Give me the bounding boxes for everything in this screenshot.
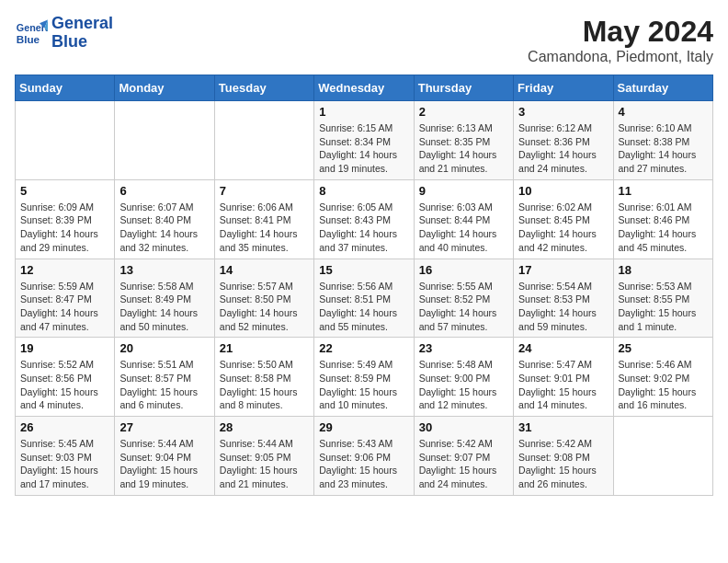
day-info: Sunrise: 5:54 AMSunset: 8:53 PMDaylight:… bbox=[518, 280, 608, 334]
logo-text: General Blue bbox=[51, 15, 113, 52]
day-info: Sunrise: 5:42 AMSunset: 9:07 PMDaylight:… bbox=[419, 437, 508, 491]
svg-text:Blue: Blue bbox=[17, 33, 40, 45]
day-info: Sunrise: 6:06 AMSunset: 8:41 PMDaylight:… bbox=[220, 201, 309, 255]
day-number: 26 bbox=[20, 420, 109, 434]
calendar-day: 16Sunrise: 5:55 AMSunset: 8:52 PMDayligh… bbox=[414, 259, 513, 338]
day-info: Sunrise: 5:47 AMSunset: 9:01 PMDaylight:… bbox=[518, 358, 608, 412]
col-wednesday: Wednesday bbox=[314, 75, 414, 101]
calendar-day: 10Sunrise: 6:02 AMSunset: 8:45 PMDayligh… bbox=[514, 179, 613, 259]
day-number: 4 bbox=[619, 105, 708, 119]
day-number: 8 bbox=[319, 184, 408, 198]
day-number: 18 bbox=[619, 263, 708, 277]
day-number: 16 bbox=[419, 263, 508, 277]
day-info: Sunrise: 5:45 AMSunset: 9:03 PMDaylight:… bbox=[20, 437, 109, 491]
calendar-day bbox=[613, 417, 712, 496]
header-row: Sunday Monday Tuesday Wednesday Thursday… bbox=[16, 75, 713, 101]
day-info: Sunrise: 5:55 AMSunset: 8:52 PMDaylight:… bbox=[419, 280, 508, 334]
day-number: 21 bbox=[220, 341, 309, 355]
day-number: 25 bbox=[619, 341, 708, 355]
day-number: 11 bbox=[619, 184, 708, 198]
day-number: 14 bbox=[220, 263, 309, 277]
day-number: 10 bbox=[518, 184, 608, 198]
col-monday: Monday bbox=[115, 75, 214, 101]
calendar-day bbox=[115, 101, 214, 180]
day-info: Sunrise: 5:50 AMSunset: 8:58 PMDaylight:… bbox=[220, 358, 309, 412]
calendar-day: 13Sunrise: 5:58 AMSunset: 8:49 PMDayligh… bbox=[115, 259, 214, 338]
calendar-day: 28Sunrise: 5:44 AMSunset: 9:05 PMDayligh… bbox=[214, 417, 313, 496]
day-info: Sunrise: 6:05 AMSunset: 8:43 PMDaylight:… bbox=[319, 201, 408, 255]
calendar-day bbox=[16, 101, 115, 180]
day-number: 1 bbox=[319, 105, 408, 119]
day-number: 19 bbox=[20, 341, 109, 355]
day-info: Sunrise: 6:13 AMSunset: 8:35 PMDaylight:… bbox=[419, 121, 508, 176]
logo-line1: General bbox=[51, 15, 113, 33]
day-number: 30 bbox=[419, 420, 508, 434]
page-title: May 2024 bbox=[528, 15, 713, 49]
day-info: Sunrise: 5:59 AMSunset: 8:47 PMDaylight:… bbox=[20, 280, 109, 334]
calendar-day: 23Sunrise: 5:48 AMSunset: 9:00 PMDayligh… bbox=[414, 338, 513, 417]
calendar-day: 31Sunrise: 5:42 AMSunset: 9:08 PMDayligh… bbox=[514, 417, 613, 496]
calendar-day: 11Sunrise: 6:01 AMSunset: 8:46 PMDayligh… bbox=[613, 179, 712, 259]
calendar-day: 21Sunrise: 5:50 AMSunset: 8:58 PMDayligh… bbox=[214, 338, 313, 417]
day-number: 27 bbox=[119, 420, 209, 434]
calendar-day: 30Sunrise: 5:42 AMSunset: 9:07 PMDayligh… bbox=[414, 417, 513, 496]
day-number: 24 bbox=[518, 341, 608, 355]
col-sunday: Sunday bbox=[16, 75, 115, 101]
day-number: 31 bbox=[518, 420, 608, 434]
day-info: Sunrise: 6:09 AMSunset: 8:39 PMDaylight:… bbox=[20, 201, 109, 255]
calendar-day: 7Sunrise: 6:06 AMSunset: 8:41 PMDaylight… bbox=[214, 179, 313, 259]
calendar-day: 25Sunrise: 5:46 AMSunset: 9:02 PMDayligh… bbox=[613, 338, 712, 417]
day-number: 22 bbox=[319, 341, 408, 355]
day-info: Sunrise: 5:52 AMSunset: 8:56 PMDaylight:… bbox=[20, 358, 109, 412]
calendar-header: Sunday Monday Tuesday Wednesday Thursday… bbox=[16, 75, 713, 101]
calendar-day: 3Sunrise: 6:12 AMSunset: 8:36 PMDaylight… bbox=[514, 101, 613, 180]
calendar-day: 29Sunrise: 5:43 AMSunset: 9:06 PMDayligh… bbox=[314, 417, 414, 496]
calendar-day: 6Sunrise: 6:07 AMSunset: 8:40 PMDaylight… bbox=[115, 179, 214, 259]
day-info: Sunrise: 5:42 AMSunset: 9:08 PMDaylight:… bbox=[518, 437, 608, 491]
day-number: 29 bbox=[319, 420, 408, 434]
calendar-day: 24Sunrise: 5:47 AMSunset: 9:01 PMDayligh… bbox=[514, 338, 613, 417]
day-info: Sunrise: 6:12 AMSunset: 8:36 PMDaylight:… bbox=[518, 121, 608, 176]
title-block: May 2024 Camandona, Piedmont, Italy bbox=[528, 15, 713, 65]
calendar-day: 17Sunrise: 5:54 AMSunset: 8:53 PMDayligh… bbox=[514, 259, 613, 338]
calendar-day: 18Sunrise: 5:53 AMSunset: 8:55 PMDayligh… bbox=[613, 259, 712, 338]
day-info: Sunrise: 5:53 AMSunset: 8:55 PMDaylight:… bbox=[619, 280, 708, 334]
calendar-week-5: 26Sunrise: 5:45 AMSunset: 9:03 PMDayligh… bbox=[16, 417, 713, 496]
calendar-week-4: 19Sunrise: 5:52 AMSunset: 8:56 PMDayligh… bbox=[16, 338, 713, 417]
day-number: 28 bbox=[220, 420, 309, 434]
col-thursday: Thursday bbox=[414, 75, 513, 101]
day-info: Sunrise: 6:10 AMSunset: 8:38 PMDaylight:… bbox=[619, 121, 708, 176]
day-number: 13 bbox=[119, 263, 209, 277]
calendar-week-2: 5Sunrise: 6:09 AMSunset: 8:39 PMDaylight… bbox=[16, 179, 713, 259]
logo-line2: Blue bbox=[51, 33, 113, 52]
calendar-day: 1Sunrise: 6:15 AMSunset: 8:34 PMDaylight… bbox=[314, 101, 414, 180]
page-header: General Blue General Blue May 2024 Caman… bbox=[15, 15, 713, 65]
calendar-day: 8Sunrise: 6:05 AMSunset: 8:43 PMDaylight… bbox=[314, 179, 414, 259]
day-number: 7 bbox=[220, 184, 309, 198]
calendar-day: 2Sunrise: 6:13 AMSunset: 8:35 PMDaylight… bbox=[414, 101, 513, 180]
day-info: Sunrise: 5:51 AMSunset: 8:57 PMDaylight:… bbox=[119, 358, 209, 412]
day-info: Sunrise: 5:56 AMSunset: 8:51 PMDaylight:… bbox=[319, 280, 408, 334]
calendar-day: 20Sunrise: 5:51 AMSunset: 8:57 PMDayligh… bbox=[115, 338, 214, 417]
calendar-week-3: 12Sunrise: 5:59 AMSunset: 8:47 PMDayligh… bbox=[16, 259, 713, 338]
day-number: 17 bbox=[518, 263, 608, 277]
day-info: Sunrise: 6:01 AMSunset: 8:46 PMDaylight:… bbox=[619, 201, 708, 255]
day-number: 20 bbox=[119, 341, 209, 355]
day-info: Sunrise: 5:49 AMSunset: 8:59 PMDaylight:… bbox=[319, 358, 408, 412]
day-info: Sunrise: 5:48 AMSunset: 9:00 PMDaylight:… bbox=[419, 358, 508, 412]
calendar-table: Sunday Monday Tuesday Wednesday Thursday… bbox=[15, 75, 713, 496]
day-number: 6 bbox=[119, 184, 209, 198]
calendar-day bbox=[214, 101, 313, 180]
calendar-day: 9Sunrise: 6:03 AMSunset: 8:44 PMDaylight… bbox=[414, 179, 513, 259]
calendar-day: 5Sunrise: 6:09 AMSunset: 8:39 PMDaylight… bbox=[16, 179, 115, 259]
day-info: Sunrise: 6:07 AMSunset: 8:40 PMDaylight:… bbox=[119, 201, 209, 255]
page-subtitle: Camandona, Piedmont, Italy bbox=[528, 49, 713, 65]
day-info: Sunrise: 5:43 AMSunset: 9:06 PMDaylight:… bbox=[319, 437, 408, 491]
day-info: Sunrise: 5:57 AMSunset: 8:50 PMDaylight:… bbox=[220, 280, 309, 334]
logo-icon: General Blue bbox=[15, 17, 48, 50]
day-number: 23 bbox=[419, 341, 508, 355]
day-number: 12 bbox=[20, 263, 109, 277]
col-saturday: Saturday bbox=[613, 75, 712, 101]
day-info: Sunrise: 6:03 AMSunset: 8:44 PMDaylight:… bbox=[419, 201, 508, 255]
calendar-day: 15Sunrise: 5:56 AMSunset: 8:51 PMDayligh… bbox=[314, 259, 414, 338]
